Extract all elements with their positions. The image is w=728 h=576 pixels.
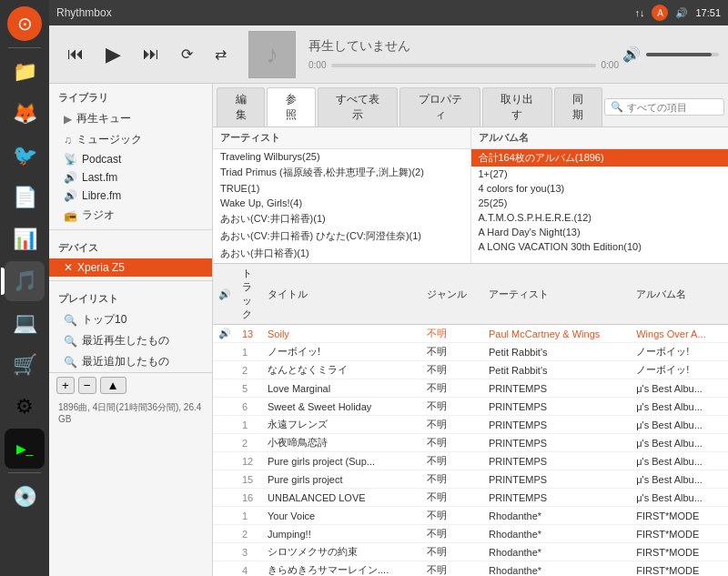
tab-edit[interactable]: 編集 xyxy=(217,87,265,126)
artist-item-4[interactable]: あおい(CV:井口裕香)(1) xyxy=(213,210,470,227)
sidebar-item-xperia[interactable]: ✕ Xperia Z5 xyxy=(49,258,212,277)
track-playing-indicator xyxy=(213,525,237,543)
dock-item-settings[interactable]: ⚙ xyxy=(5,387,45,427)
tab-all[interactable]: すべて表示 xyxy=(318,87,399,126)
track-title: Soily xyxy=(262,325,421,343)
dock-item-cd[interactable]: 💿 xyxy=(5,477,45,517)
next-button[interactable]: ⏭ xyxy=(134,39,168,69)
track-title: Your Voice xyxy=(262,507,421,525)
sidebar-item-music[interactable]: ♫ ミュージック xyxy=(49,129,212,150)
sidebar-item-podcast[interactable]: 📡 Podcast xyxy=(49,150,212,168)
sidebar-item-top10[interactable]: 🔍 トップ10 xyxy=(49,309,212,330)
table-row[interactable]: 1Your Voice不明Rhodanthe*FIRST*MODE xyxy=(213,507,728,525)
radio-icon: 📻 xyxy=(64,209,77,222)
album-item-0[interactable]: 合計164枚のアルバム(1896) xyxy=(471,149,729,167)
track-artist: Rhodanthe* xyxy=(483,561,631,577)
track-playing-indicator xyxy=(213,470,237,489)
track-album: FIRST*MODE xyxy=(631,543,728,561)
volume-slider[interactable] xyxy=(646,53,719,56)
col-artist[interactable]: アーティスト xyxy=(483,264,631,325)
dock-item-files[interactable]: 📁 xyxy=(5,52,45,92)
artist-item-1[interactable]: Triad Primus (福原綾香,松井恵理子,渕上舞)(2) xyxy=(213,164,470,181)
tab-props[interactable]: プロパティ xyxy=(399,87,480,126)
sidebar-item-radio[interactable]: 📻 ラジオ xyxy=(49,205,212,226)
track-genre: 不明 xyxy=(421,379,483,398)
track-album: μ's Best Albu... xyxy=(631,434,728,452)
progress-bar[interactable] xyxy=(331,64,595,67)
table-row[interactable]: 2小夜啼鳥恋詩不明PRINTEMPSμ's Best Albu... xyxy=(213,434,728,452)
track-album: Wings Over A... xyxy=(631,325,728,343)
track-playing-indicator: 🔊 xyxy=(213,325,237,343)
recent-added-icon: 🔍 xyxy=(64,356,77,369)
col-track[interactable]: トラック xyxy=(237,264,262,325)
track-title: UNBALANCED LOVE xyxy=(262,489,421,507)
artist-item-6[interactable]: あおい(井口裕香)(1) xyxy=(213,245,470,262)
dock-item-thunderbird[interactable]: 🐦 xyxy=(5,136,45,176)
col-album[interactable]: アルバム名 xyxy=(631,264,728,325)
table-row[interactable]: 15Pure girls project不明PRINTEMPSμ's Best … xyxy=(213,470,728,489)
shuffle-button[interactable]: ⇄ xyxy=(206,40,236,68)
repeat-button[interactable]: ⟳ xyxy=(172,40,202,68)
sidebar-item-queue-label: 再生キュー xyxy=(76,111,131,126)
table-row[interactable]: 2Jumping!!不明Rhodanthe*FIRST*MODE xyxy=(213,525,728,543)
sidebar-item-queue[interactable]: ▶ 再生キュー xyxy=(49,108,212,129)
col-title[interactable]: タイトル xyxy=(262,264,421,325)
dock-item-terminal2[interactable]: ▶_ xyxy=(5,429,45,469)
table-row[interactable]: 1永遠フレンズ不明PRINTEMPSμ's Best Albu... xyxy=(213,416,728,434)
table-row[interactable]: 1ノーボイッ!不明Petit Rabbit'sノーボイッ! xyxy=(213,343,728,361)
track-playing-indicator xyxy=(213,361,237,379)
table-row[interactable]: 5Love Marginal不明PRINTEMPSμ's Best Albu..… xyxy=(213,379,728,398)
table-row[interactable]: 16UNBALANCED LOVE不明PRINTEMPSμ's Best Alb… xyxy=(213,489,728,507)
dock-item-libreoffice-writer[interactable]: 📄 xyxy=(5,177,45,217)
table-row[interactable]: 4きらめきろサマーレイン....不明Rhodanthe*FIRST*MODE xyxy=(213,561,728,577)
artist-item-5[interactable]: あおい(CV:井口裕香) ひなた(CV:阿澄佳奈)(1) xyxy=(213,227,470,245)
dock-item-libreoffice-calc[interactable]: 📊 xyxy=(5,219,45,259)
album-item-6[interactable]: A LONG VACATION 30th Edition(10) xyxy=(471,239,729,254)
album-item-2[interactable]: 4 colors for you(13) xyxy=(471,181,729,196)
time-elapsed: 0:00 xyxy=(308,60,326,70)
dock-item-rhythmbox[interactable]: 🎵 xyxy=(5,261,45,301)
album-item-5[interactable]: A Hard Day's Night(13) xyxy=(471,225,729,239)
tab-sync[interactable]: 同期 xyxy=(554,87,602,126)
track-number: 13 xyxy=(237,325,262,343)
sidebar-item-librefm-label: Libre.fm xyxy=(82,189,121,202)
track-number: 1 xyxy=(237,343,262,361)
artist-item-2[interactable]: TRUE(1) xyxy=(213,181,470,196)
table-row[interactable]: 6Sweet & Sweet Holiday不明PRINTEMPSμ's Bes… xyxy=(213,398,728,416)
track-number: 1 xyxy=(237,507,262,525)
table-row[interactable]: 3シロツメクサの約束不明Rhodanthe*FIRST*MODE xyxy=(213,543,728,561)
track-genre: 不明 xyxy=(421,361,483,379)
play-button[interactable]: ▶ xyxy=(96,37,130,72)
track-playing-indicator xyxy=(213,507,237,525)
edit-playlist-button[interactable]: ▲ xyxy=(100,377,126,394)
tab-browse[interactable]: 参照 xyxy=(267,87,315,126)
artist-item-0[interactable]: Traveling Wilburys(25) xyxy=(213,149,470,164)
prev-button[interactable]: ⏮ xyxy=(58,39,93,69)
album-item-3[interactable]: 25(25) xyxy=(471,196,729,210)
sidebar-item-lastfm[interactable]: 🔊 Last.fm xyxy=(49,168,212,187)
add-playlist-button[interactable]: + xyxy=(56,377,75,394)
dock-item-ubuntu[interactable]: ⊙ xyxy=(5,4,45,44)
dock-item-firefox[interactable]: 🦊 xyxy=(5,94,45,134)
remove-playlist-button[interactable]: − xyxy=(78,377,96,394)
sidebar-item-librefm[interactable]: 🔊 Libre.fm xyxy=(49,187,212,205)
dock-item-amazon[interactable]: 🛒 xyxy=(5,345,45,385)
podcast-icon: 📡 xyxy=(64,153,77,166)
table-row[interactable]: 🔊13Soily不明Paul McCartney & WingsWings Ov… xyxy=(213,325,728,343)
artist-item-3[interactable]: Wake Up, Girls!(4) xyxy=(213,196,470,210)
table-row[interactable]: 12Pure girls project (Sup...不明PRINTEMPSμ… xyxy=(213,452,728,470)
device-section-header: デバイス xyxy=(49,234,212,258)
search-input[interactable] xyxy=(627,102,718,113)
tab-eject[interactable]: 取り出す xyxy=(482,87,552,126)
sidebar-item-recent-added[interactable]: 🔍 最近追加したもの xyxy=(49,351,212,372)
user-avatar: A xyxy=(652,5,668,21)
table-row[interactable]: 2なんとなくミライ不明Petit Rabbit'sノーボイッ! xyxy=(213,361,728,379)
track-artist: PRINTEMPS xyxy=(483,434,631,452)
sidebar-item-recent-played[interactable]: 🔍 最近再生したもの xyxy=(49,330,212,351)
track-table: 🔊 トラック タイトル ジャンル アーティスト アルバム名 🔊13Soily不明… xyxy=(213,264,728,576)
artist-item-7[interactable]: あかね(CV:阿澄佳奈), かえで(CV:竹達彩奈), ここね(小倉唯)... xyxy=(213,262,470,263)
album-item-1[interactable]: 1+(27) xyxy=(471,167,729,181)
col-genre[interactable]: ジャンル xyxy=(421,264,483,325)
dock-item-terminal[interactable]: 💻 xyxy=(5,303,45,343)
album-item-4[interactable]: A.T.M.O.S.P.H.E.R.E.(12) xyxy=(471,210,729,225)
